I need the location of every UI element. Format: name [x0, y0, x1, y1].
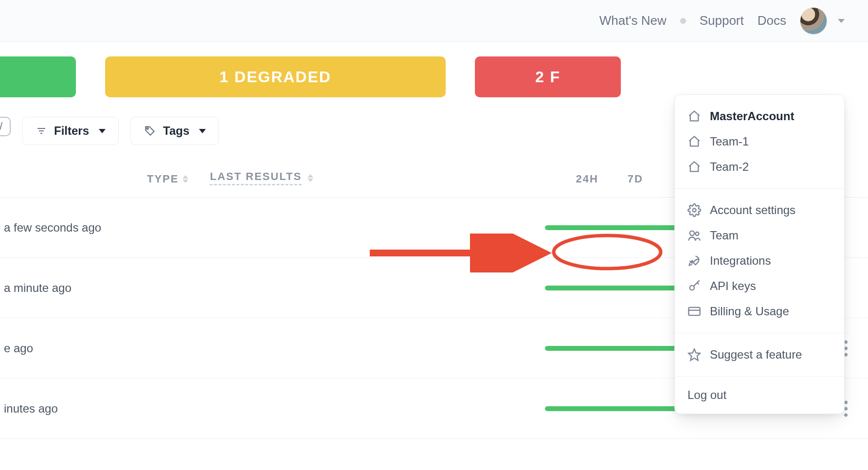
filter-icon: [36, 125, 47, 137]
people-icon: [687, 229, 701, 242]
degraded-card[interactable]: 1 DEGRADED: [105, 56, 446, 97]
home-icon: [687, 135, 701, 148]
filters-button[interactable]: Filters: [22, 117, 119, 145]
menu-billing[interactable]: Billing & Usage: [675, 299, 844, 324]
row-timestamp: a minute ago: [0, 281, 72, 295]
support-link[interactable]: Support: [700, 13, 744, 28]
menu-account-item[interactable]: Team-2: [675, 154, 844, 180]
dropdown-suggest-section: Suggest a feature: [675, 333, 844, 376]
account-dropdown: MasterAccountTeam-1Team-2 Account settin…: [674, 94, 845, 414]
chevron-down-icon: [99, 129, 106, 133]
row-timestamp: e ago: [0, 342, 33, 355]
svg-point-4: [693, 209, 696, 212]
svg-point-5: [690, 231, 694, 235]
account-menu-trigger[interactable]: [800, 7, 845, 35]
passing-card[interactable]: [0, 56, 76, 97]
gear-icon: [687, 203, 701, 217]
tag-icon: [144, 125, 156, 137]
menu-account-label: Team-1: [710, 135, 749, 148]
row-timestamp: inutes ago: [0, 402, 58, 416]
chevron-down-icon: [838, 19, 845, 23]
sort-icon: [182, 175, 188, 183]
menu-item-label: Account settings: [710, 203, 796, 217]
menu-item-label: Integrations: [710, 254, 771, 268]
status-dot-icon: [680, 18, 686, 24]
svg-point-6: [695, 232, 699, 235]
menu-account-item[interactable]: Team-1: [675, 129, 844, 154]
row-timestamp: a few seconds ago: [0, 221, 101, 235]
home-icon: [687, 160, 701, 174]
home-icon: [687, 109, 701, 123]
row-menu-button[interactable]: [844, 340, 848, 356]
menu-account_settings[interactable]: Account settings: [675, 198, 844, 223]
col-last-results[interactable]: LAST RESULTS: [210, 170, 313, 197]
menu-logout[interactable]: Log out: [675, 377, 844, 414]
topbar: What's New Support Docs: [0, 0, 868, 42]
col-last-results-label: LAST RESULTS: [210, 170, 302, 185]
whats-new-link[interactable]: What's New: [599, 13, 667, 28]
menu-integrations[interactable]: Integrations: [675, 248, 844, 273]
menu-account-label: Team-2: [710, 160, 749, 174]
search-box-button[interactable]: /: [0, 117, 11, 136]
col-24h[interactable]: 24H: [576, 173, 627, 197]
menu-item-label: API keys: [710, 279, 756, 293]
svg-rect-8: [688, 307, 700, 315]
svg-marker-10: [688, 349, 700, 360]
status-summary-row: 1 DEGRADED 2 F: [0, 56, 868, 97]
docs-link[interactable]: Docs: [758, 13, 786, 28]
menu-suggest-feature[interactable]: Suggest a feature: [675, 342, 844, 367]
svg-point-3: [147, 128, 148, 129]
tags-label: Tags: [163, 124, 189, 138]
sort-icon: [307, 174, 313, 182]
menu-account-item[interactable]: MasterAccount: [675, 104, 844, 129]
dropdown-accounts-section: MasterAccountTeam-1Team-2: [675, 95, 844, 188]
menu-team[interactable]: Team: [675, 223, 844, 248]
row-menu-button[interactable]: [844, 400, 848, 416]
menu-account-label: MasterAccount: [710, 109, 794, 123]
credit-card-icon: [687, 305, 701, 318]
menu-item-label: Billing & Usage: [710, 305, 789, 318]
col-type[interactable]: TYPE: [147, 173, 188, 197]
menu-suggest-label: Suggest a feature: [710, 348, 802, 362]
dropdown-settings-section: Account settingsTeamIntegrationsAPI keys…: [675, 189, 844, 333]
rocket-icon: [687, 254, 701, 268]
menu-api_keys[interactable]: API keys: [675, 273, 844, 299]
menu-item-label: Team: [710, 229, 739, 242]
failing-card[interactable]: 2 F: [475, 56, 621, 97]
main-content: 1 DEGRADED 2 F / Filters Tags TYPE LAST …: [0, 42, 868, 439]
col-type-label: TYPE: [147, 173, 179, 185]
key-icon: [687, 279, 701, 293]
tags-button[interactable]: Tags: [130, 117, 219, 145]
star-icon: [687, 348, 701, 362]
filters-label: Filters: [54, 124, 89, 138]
chevron-down-icon: [199, 129, 206, 133]
avatar: [800, 7, 827, 35]
